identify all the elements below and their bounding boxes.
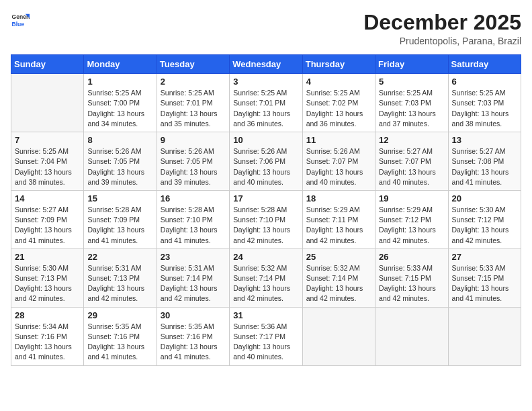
weekday-header-friday: Friday [375, 55, 448, 74]
calendar-cell: 21Sunrise: 5:30 AM Sunset: 7:13 PM Dayli… [11, 248, 84, 307]
day-info: Sunrise: 5:25 AM Sunset: 7:01 PM Dayligh… [233, 88, 298, 129]
day-info: Sunrise: 5:26 AM Sunset: 7:05 PM Dayligh… [87, 146, 152, 187]
day-info: Sunrise: 5:36 AM Sunset: 7:17 PM Dayligh… [233, 322, 298, 363]
calendar-cell: 24Sunrise: 5:32 AM Sunset: 7:14 PM Dayli… [230, 248, 302, 307]
weekday-header-monday: Monday [84, 55, 157, 74]
calendar-cell: 8Sunrise: 5:26 AM Sunset: 7:05 PM Daylig… [84, 132, 157, 191]
weekday-header-row: SundayMondayTuesdayWednesdayThursdayFrid… [11, 55, 521, 74]
week-row-1: 1Sunrise: 5:25 AM Sunset: 7:00 PM Daylig… [11, 74, 521, 132]
day-info: Sunrise: 5:32 AM Sunset: 7:14 PM Dayligh… [233, 263, 298, 304]
location-title: Prudentopolis, Parana, Brazil [363, 36, 521, 46]
day-number: 12 [379, 135, 444, 145]
calendar-cell: 6Sunrise: 5:25 AM Sunset: 7:03 PM Daylig… [448, 74, 521, 132]
day-info: Sunrise: 5:25 AM Sunset: 7:04 PM Dayligh… [15, 146, 80, 187]
day-number: 20 [452, 193, 517, 203]
day-info: Sunrise: 5:34 AM Sunset: 7:16 PM Dayligh… [15, 322, 80, 363]
day-number: 9 [161, 135, 226, 145]
day-info: Sunrise: 5:25 AM Sunset: 7:03 PM Dayligh… [379, 88, 444, 129]
day-number: 15 [87, 193, 152, 203]
day-info: Sunrise: 5:28 AM Sunset: 7:09 PM Dayligh… [87, 205, 152, 246]
day-info: Sunrise: 5:27 AM Sunset: 7:07 PM Dayligh… [379, 146, 444, 187]
calendar-cell: 26Sunrise: 5:33 AM Sunset: 7:15 PM Dayli… [375, 248, 448, 307]
day-number: 7 [15, 135, 80, 145]
calendar-cell [302, 307, 375, 365]
calendar-cell: 22Sunrise: 5:31 AM Sunset: 7:13 PM Dayli… [84, 248, 157, 307]
calendar-cell: 1Sunrise: 5:25 AM Sunset: 7:00 PM Daylig… [84, 74, 157, 132]
day-info: Sunrise: 5:35 AM Sunset: 7:16 PM Dayligh… [161, 322, 226, 363]
calendar-cell: 5Sunrise: 5:25 AM Sunset: 7:03 PM Daylig… [375, 74, 448, 132]
day-number: 23 [161, 252, 226, 262]
day-number: 6 [452, 77, 517, 87]
day-info: Sunrise: 5:28 AM Sunset: 7:10 PM Dayligh… [233, 205, 298, 246]
day-number: 2 [161, 77, 226, 87]
week-row-4: 21Sunrise: 5:30 AM Sunset: 7:13 PM Dayli… [11, 248, 521, 307]
day-number: 26 [379, 252, 444, 262]
day-number: 10 [233, 135, 298, 145]
calendar-cell: 4Sunrise: 5:25 AM Sunset: 7:02 PM Daylig… [302, 74, 375, 132]
day-number: 29 [87, 310, 152, 320]
day-number: 14 [15, 193, 80, 203]
weekday-header-saturday: Saturday [448, 55, 521, 74]
calendar-cell: 14Sunrise: 5:27 AM Sunset: 7:09 PM Dayli… [11, 190, 84, 248]
calendar-cell: 31Sunrise: 5:36 AM Sunset: 7:17 PM Dayli… [230, 307, 302, 365]
weekday-header-wednesday: Wednesday [230, 55, 302, 74]
day-number: 18 [306, 193, 371, 203]
week-row-2: 7Sunrise: 5:25 AM Sunset: 7:04 PM Daylig… [11, 132, 521, 191]
calendar-cell: 12Sunrise: 5:27 AM Sunset: 7:07 PM Dayli… [375, 132, 448, 191]
day-number: 24 [233, 252, 298, 262]
calendar-cell: 30Sunrise: 5:35 AM Sunset: 7:16 PM Dayli… [157, 307, 229, 365]
logo: General Blue [11, 11, 30, 30]
day-info: Sunrise: 5:25 AM Sunset: 7:02 PM Dayligh… [306, 88, 371, 129]
day-number: 21 [15, 252, 80, 262]
calendar-cell: 27Sunrise: 5:33 AM Sunset: 7:15 PM Dayli… [448, 248, 521, 307]
calendar-cell [11, 74, 84, 132]
day-number: 19 [379, 193, 444, 203]
week-row-3: 14Sunrise: 5:27 AM Sunset: 7:09 PM Dayli… [11, 190, 521, 248]
svg-text:Blue: Blue [12, 21, 25, 28]
day-info: Sunrise: 5:33 AM Sunset: 7:15 PM Dayligh… [452, 263, 517, 304]
day-info: Sunrise: 5:26 AM Sunset: 7:05 PM Dayligh… [161, 146, 226, 187]
day-number: 16 [161, 193, 226, 203]
day-number: 5 [379, 77, 444, 87]
day-info: Sunrise: 5:33 AM Sunset: 7:15 PM Dayligh… [379, 263, 444, 304]
weekday-header-sunday: Sunday [11, 55, 84, 74]
calendar-cell: 3Sunrise: 5:25 AM Sunset: 7:01 PM Daylig… [230, 74, 302, 132]
calendar-cell [375, 307, 448, 365]
calendar-table: SundayMondayTuesdayWednesdayThursdayFrid… [11, 54, 521, 365]
calendar-cell: 13Sunrise: 5:27 AM Sunset: 7:08 PM Dayli… [448, 132, 521, 191]
day-info: Sunrise: 5:25 AM Sunset: 7:03 PM Dayligh… [452, 88, 517, 129]
title-area: December 2025 Prudentopolis, Parana, Bra… [363, 11, 521, 46]
week-row-5: 28Sunrise: 5:34 AM Sunset: 7:16 PM Dayli… [11, 307, 521, 365]
day-number: 27 [452, 252, 517, 262]
month-title: December 2025 [363, 11, 521, 34]
day-info: Sunrise: 5:27 AM Sunset: 7:09 PM Dayligh… [15, 205, 80, 246]
calendar-cell: 7Sunrise: 5:25 AM Sunset: 7:04 PM Daylig… [11, 132, 84, 191]
day-info: Sunrise: 5:31 AM Sunset: 7:13 PM Dayligh… [87, 263, 152, 304]
calendar-cell: 2Sunrise: 5:25 AM Sunset: 7:01 PM Daylig… [157, 74, 229, 132]
calendar-cell: 18Sunrise: 5:29 AM Sunset: 7:11 PM Dayli… [302, 190, 375, 248]
calendar-cell: 10Sunrise: 5:26 AM Sunset: 7:06 PM Dayli… [230, 132, 302, 191]
calendar-cell: 28Sunrise: 5:34 AM Sunset: 7:16 PM Dayli… [11, 307, 84, 365]
day-info: Sunrise: 5:31 AM Sunset: 7:14 PM Dayligh… [161, 263, 226, 304]
day-number: 28 [15, 310, 80, 320]
day-info: Sunrise: 5:26 AM Sunset: 7:07 PM Dayligh… [306, 146, 371, 187]
calendar-cell: 29Sunrise: 5:35 AM Sunset: 7:16 PM Dayli… [84, 307, 157, 365]
day-info: Sunrise: 5:28 AM Sunset: 7:10 PM Dayligh… [161, 205, 226, 246]
calendar-body: 1Sunrise: 5:25 AM Sunset: 7:00 PM Daylig… [11, 74, 521, 365]
day-number: 1 [87, 77, 152, 87]
day-number: 25 [306, 252, 371, 262]
day-number: 17 [233, 193, 298, 203]
day-number: 4 [306, 77, 371, 87]
day-number: 3 [233, 77, 298, 87]
page-header: General Blue December 2025 Prudentopolis… [11, 11, 521, 46]
calendar-cell: 19Sunrise: 5:29 AM Sunset: 7:12 PM Dayli… [375, 190, 448, 248]
calendar-cell: 9Sunrise: 5:26 AM Sunset: 7:05 PM Daylig… [157, 132, 229, 191]
calendar-cell: 23Sunrise: 5:31 AM Sunset: 7:14 PM Dayli… [157, 248, 229, 307]
calendar-cell [448, 307, 521, 365]
day-number: 31 [233, 310, 298, 320]
day-info: Sunrise: 5:35 AM Sunset: 7:16 PM Dayligh… [87, 322, 152, 363]
day-number: 22 [87, 252, 152, 262]
day-info: Sunrise: 5:29 AM Sunset: 7:12 PM Dayligh… [379, 205, 444, 246]
day-number: 13 [452, 135, 517, 145]
day-number: 8 [87, 135, 152, 145]
